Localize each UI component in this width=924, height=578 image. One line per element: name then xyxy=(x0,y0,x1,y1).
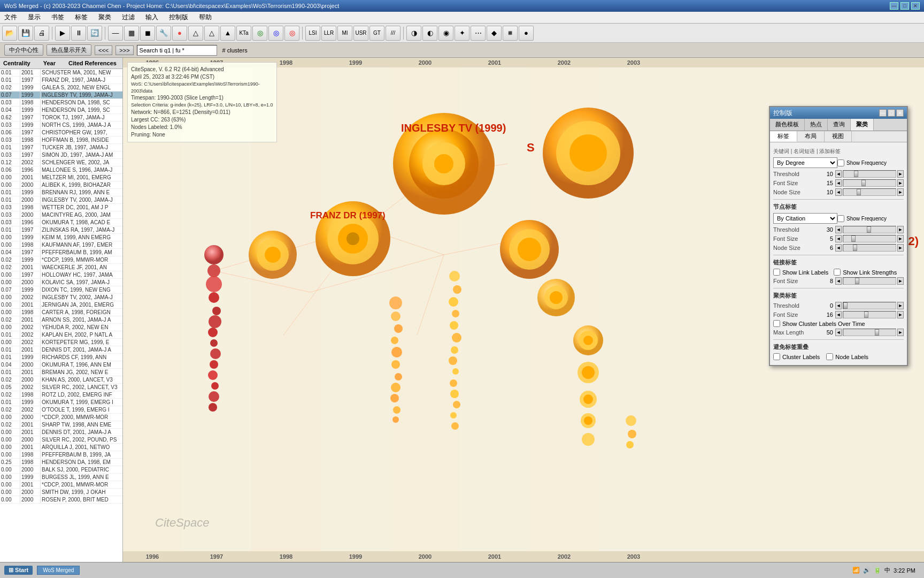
table-row[interactable]: 0.00 2001 ARQUILLA J, 2001, NETWO xyxy=(0,444,122,451)
table-row[interactable]: 0.05 2002 SILVER RC, 2002, LANCET, V3 xyxy=(0,384,122,391)
table-row[interactable]: 0.00 2001 MELTZER MI, 2001, EMERG xyxy=(0,174,122,181)
tb-refresh[interactable]: 🔄 xyxy=(87,26,102,41)
table-row[interactable]: 0.01 2000 INGLESBY TV, 2000, JAMA-J xyxy=(0,196,122,204)
tb-pause[interactable]: ⏸ xyxy=(71,26,86,41)
cp-node2-track[interactable] xyxy=(843,244,896,252)
cp-node2-thumb[interactable] xyxy=(853,245,857,251)
nav-next[interactable]: >>> xyxy=(116,45,133,55)
table-row[interactable]: 0.02 2001 ARNON SS, 2001, JAMA-J A xyxy=(0,316,122,324)
tb-star[interactable]: ✦ xyxy=(455,26,469,41)
nav-prev[interactable]: <<< xyxy=(95,45,112,55)
cp-font2-thumb[interactable] xyxy=(851,235,856,242)
cp-tab-color[interactable]: 颜色模板 xyxy=(770,119,805,131)
tb-usr[interactable]: USR xyxy=(353,26,368,41)
cp-thresh2-track[interactable] xyxy=(843,226,896,233)
cp-thresh3-left[interactable]: ◄ xyxy=(835,302,842,309)
cp-thresh1-thumb[interactable] xyxy=(854,171,858,177)
table-row[interactable]: 0.03 1996 OKUMURA T, 1998, ACAD E xyxy=(0,219,122,226)
cp-font4-thumb[interactable] xyxy=(864,311,868,318)
table-row[interactable]: 0.02 1998 ROTZ LD, 2002, EMERG INF xyxy=(0,391,122,399)
tb-open[interactable]: 📂 xyxy=(2,26,17,41)
tb-play[interactable]: ▶ xyxy=(55,26,70,41)
table-row[interactable]: 0.00 1999 KEIM M, 1999, ANN EMERG xyxy=(0,234,122,241)
tb-circ[interactable]: ● xyxy=(519,26,534,41)
table-row[interactable]: 0.00 2001 DENNIS DT, 2001, JAMA-J A xyxy=(0,429,122,436)
table-row[interactable]: 0.00 2000 KOLAVIC SA, 1997, JAMA-J xyxy=(0,279,122,286)
cp-font4-left[interactable]: ◄ xyxy=(835,311,842,318)
table-row[interactable]: 0.00 1998 PFEFFERBAUM B, 1999, JA xyxy=(0,451,122,459)
table-row[interactable]: 0.01 1999 RICHARDS CF, 1999, ANN xyxy=(0,354,122,361)
cp-dropdown-bydegree[interactable]: By Degree By Citation xyxy=(773,157,837,168)
cp-node1-left[interactable]: ◄ xyxy=(835,188,842,196)
menu-help[interactable]: 帮助 xyxy=(197,12,214,23)
table-row[interactable]: 0.25 1998 HENDERSON DA, 1998, EM xyxy=(0,459,122,466)
start-button[interactable]: ⊞ Start xyxy=(4,566,33,575)
table-row[interactable]: 0.07 1999 DIXON TC, 1999, NEW ENG xyxy=(0,286,122,294)
tb-tool[interactable]: 🔧 xyxy=(156,26,171,41)
cp-thresh2-right[interactable]: ► xyxy=(897,226,904,233)
cp-node2-left[interactable]: ◄ xyxy=(835,244,842,252)
table-row[interactable]: 0.01 1997 FRANZ DR, 1997, JAMA-J xyxy=(0,77,122,84)
cp-thresh2-left[interactable]: ◄ xyxy=(835,226,842,233)
table-row[interactable]: 0.02 2001 WAECKERLE JF, 2001, AN xyxy=(0,264,122,271)
cp-show-freq-check1[interactable] xyxy=(837,159,844,166)
tb-half2[interactable]: ◐ xyxy=(422,26,437,41)
table-row[interactable]: 0.00 1997 HOLLOWAY HC, 1997, JAMA xyxy=(0,271,122,279)
cp-font2-left[interactable]: ◄ xyxy=(835,235,842,242)
table-row[interactable]: 0.07 1999 INGLESBY TV, 1999, JAMA-J xyxy=(0,92,122,99)
table-row[interactable]: 0.00 2000 BALK SJ, 2000, PEDIATRIC xyxy=(0,466,122,474)
tb-dot3[interactable]: ◎ xyxy=(284,26,299,41)
hotpoint-btn[interactable]: 热点显示开关 xyxy=(47,44,91,56)
cp-font4-track[interactable] xyxy=(843,311,896,318)
table-row[interactable]: 0.00 2000 *CDCP, 2000, MMWR-MOR xyxy=(0,414,122,421)
menu-bookmarks[interactable]: 书签 xyxy=(49,12,66,23)
cp-thresh1-right[interactable]: ► xyxy=(897,170,904,178)
table-row[interactable]: 0.03 1998 HOFFMAN B, 1998, INSIDE xyxy=(0,136,122,144)
close-btn[interactable]: ✕ xyxy=(911,2,920,10)
cp-thresh3-thumb[interactable] xyxy=(843,302,848,309)
cp-tab-cluster[interactable]: 聚类 xyxy=(851,119,874,131)
cp-node1-thumb[interactable] xyxy=(857,189,861,195)
table-row[interactable]: 0.00 2002 YEHUDA R, 2002, NEW EN xyxy=(0,324,122,331)
table-row[interactable]: 0.03 1999 NORTH CS, 1999, JAMA-J A xyxy=(0,121,122,129)
table-row[interactable]: 0.00 2000 ROSEN P, 2000, BRIT MED xyxy=(0,496,122,504)
menu-input[interactable]: 输入 xyxy=(143,12,160,23)
tb-sq[interactable]: ◾ xyxy=(503,26,518,41)
table-row[interactable]: 0.01 1997 ZILINSKAS RA, 1997, JAMA-J xyxy=(0,226,122,234)
table-row[interactable]: 0.04 1997 PFEFFERBAUM B, 1999, AM xyxy=(0,249,122,256)
cp-font1-left[interactable]: ◄ xyxy=(835,179,842,187)
cp-font1-right[interactable]: ► xyxy=(897,179,904,187)
table-row[interactable]: 0.00 2002 KORTEPETER MG, 1999, E xyxy=(0,339,122,346)
table-row[interactable]: 0.01 1999 OKUMURA T, 1999, EMERG I xyxy=(0,399,122,406)
cp-font4-right[interactable]: ► xyxy=(897,311,904,318)
cp-node-labels-check[interactable] xyxy=(826,353,833,360)
search-input[interactable] xyxy=(137,45,217,56)
tb-tri1[interactable]: △ xyxy=(188,26,203,41)
cp-show-link-labels[interactable] xyxy=(773,269,780,276)
cp-thresh2-thumb[interactable] xyxy=(867,226,871,233)
table-row[interactable]: 0.02 1999 *CDCP, 1999, MMWR-MOR xyxy=(0,256,122,264)
table-row[interactable]: 0.00 1999 BURGESS JL, 1999, ANN E xyxy=(0,474,122,481)
cp-subtab-label[interactable]: 标签 xyxy=(770,131,797,142)
table-row[interactable]: 0.04 2000 OKUMURA T, 1996, ANN EM xyxy=(0,361,122,369)
cp-minimize[interactable]: — xyxy=(879,109,887,117)
menu-controlpanel[interactable]: 控制版 xyxy=(167,12,190,23)
tb-print[interactable]: 🖨 xyxy=(34,26,49,41)
table-row[interactable]: 0.02 2002 O'TOOLE T, 1999, EMERG I xyxy=(0,406,122,414)
menu-cluster[interactable]: 聚类 xyxy=(96,12,113,23)
tb-tri2[interactable]: △ xyxy=(204,26,219,41)
table-row[interactable]: 0.00 2001 JERNIGAN JA, 2001, EMERG xyxy=(0,301,122,309)
cp-maxlen-left[interactable]: ◄ xyxy=(835,329,842,336)
tb-lsi[interactable]: LSI xyxy=(305,26,320,41)
cp-font3-track[interactable] xyxy=(843,277,896,285)
table-row[interactable]: 0.01 1999 BRENNAN RJ, 1999, ANN E xyxy=(0,189,122,196)
tb-dot2[interactable]: ◎ xyxy=(268,26,283,41)
cp-maxlen-right[interactable]: ► xyxy=(897,329,904,336)
cp-show-link-strengths[interactable] xyxy=(834,269,841,276)
table-row[interactable]: 0.03 2000 MACINTYRE AG, 2000, JAM xyxy=(0,211,122,219)
table-row[interactable]: 0.04 1999 HENDERSON DA, 1999, SC xyxy=(0,107,122,114)
tb-grid[interactable]: ▦ xyxy=(124,26,139,41)
tb-gt[interactable]: GT xyxy=(369,26,384,41)
taskbar-item-wos[interactable]: WoS Merged xyxy=(37,566,80,575)
tb-slash[interactable]: /// xyxy=(386,26,401,41)
